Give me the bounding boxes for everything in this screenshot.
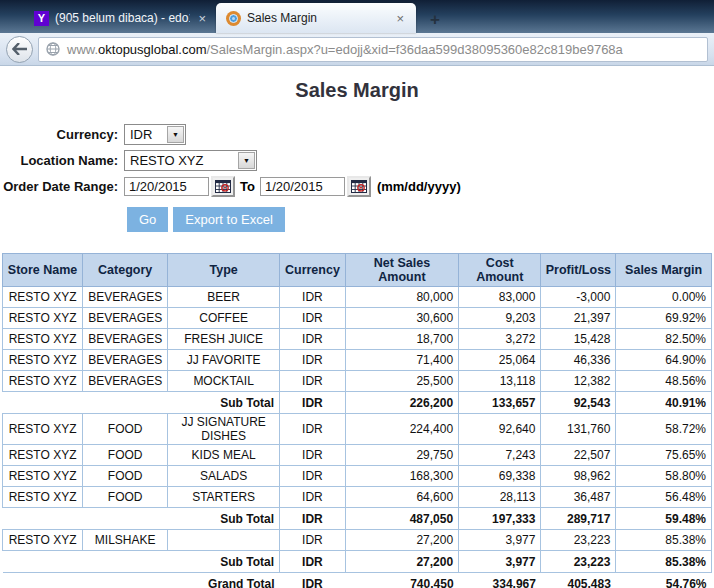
- tab-bar: Y (905 belum dibaca) - edo1... × Sales M…: [0, 0, 714, 33]
- cell-net-sales-amount: 226,200: [345, 392, 458, 414]
- column-header: Currency: [280, 254, 346, 287]
- cell-category: MILSHAKE: [83, 530, 168, 551]
- column-header: Profit/Loss: [541, 254, 616, 287]
- table-row: RESTO XYZBEVERAGESJJ FAVORITEIDR71,40025…: [3, 350, 712, 371]
- cell-type: STARTERS: [168, 487, 280, 508]
- chevron-down-icon[interactable]: ▼: [167, 126, 184, 143]
- cell-profit-loss: 405,483: [541, 573, 616, 588]
- cell-net-sales-amount: 18,700: [345, 329, 458, 350]
- cell-cost-amount: 7,243: [459, 445, 541, 466]
- calendar-button-from[interactable]: [211, 176, 235, 197]
- cell-total-label: Sub Total: [3, 551, 280, 573]
- url-text: www.oktopusglobal.com/SalesMargin.aspx?u…: [67, 42, 623, 57]
- location-selected-value: RESTO XYZ: [130, 153, 203, 168]
- date-from-input[interactable]: [124, 177, 209, 196]
- cell-type: KIDS MEAL: [168, 445, 280, 466]
- cell-total-label: Grand Total: [3, 573, 280, 588]
- sales-margin-table: Store NameCategoryTypeCurrencyNet Sales …: [2, 253, 712, 588]
- date-to-input[interactable]: [260, 177, 345, 196]
- cell-sales-margin: 0.00%: [616, 287, 712, 308]
- cell-store-name: RESTO XYZ: [3, 371, 83, 392]
- close-icon[interactable]: ×: [196, 11, 208, 26]
- cell-profit-loss: 22,507: [541, 445, 616, 466]
- cell-sales-margin: 75.65%: [616, 445, 712, 466]
- cell-total-label: Sub Total: [3, 508, 280, 530]
- cell-profit-loss: 23,223: [541, 551, 616, 573]
- table-row: RESTO XYZBEVERAGESMOCKTAILIDR25,50013,11…: [3, 371, 712, 392]
- cell-sales-margin: 85.38%: [616, 530, 712, 551]
- page-content: Sales Margin Currency: IDR ▼ Location Na…: [0, 79, 714, 588]
- page-title: Sales Margin: [0, 79, 714, 102]
- subtotal-row: Sub TotalIDR27,2003,97723,22385.38%: [3, 551, 712, 573]
- grandtotal-row: Grand TotalIDR740,450334,967405,48354.76…: [3, 573, 712, 588]
- currency-label: Currency:: [0, 127, 124, 142]
- cell-cost-amount: 25,064: [459, 350, 541, 371]
- cell-currency: IDR: [280, 445, 346, 466]
- calendar-icon: [351, 180, 367, 193]
- cell-currency: IDR: [280, 371, 346, 392]
- cell-profit-loss: -3,000: [541, 287, 616, 308]
- cell-profit-loss: 46,336: [541, 350, 616, 371]
- tab-sales-margin[interactable]: Sales Margin ×: [216, 3, 416, 33]
- cell-profit-loss: 21,397: [541, 308, 616, 329]
- cell-cost-amount: 83,000: [459, 287, 541, 308]
- subtotal-row: Sub TotalIDR226,200133,65792,54340.91%: [3, 392, 712, 414]
- cell-store-name: RESTO XYZ: [3, 530, 83, 551]
- cell-net-sales-amount: 30,600: [345, 308, 458, 329]
- cell-store-name: RESTO XYZ: [3, 350, 83, 371]
- close-icon[interactable]: ×: [394, 11, 406, 26]
- cell-net-sales-amount: 740,450: [345, 573, 458, 588]
- column-header: Sales Margin: [616, 254, 712, 287]
- cell-category: FOOD: [83, 487, 168, 508]
- cell-cost-amount: 133,657: [459, 392, 541, 414]
- cell-net-sales-amount: 25,500: [345, 371, 458, 392]
- oktopus-icon: [226, 11, 241, 26]
- export-to-excel-button[interactable]: Export to Excel: [173, 207, 284, 232]
- cell-currency: IDR: [280, 329, 346, 350]
- cell-currency: IDR: [280, 487, 346, 508]
- table-header-row: Store NameCategoryTypeCurrencyNet Sales …: [3, 254, 712, 287]
- cell-cost-amount: 3,977: [459, 530, 541, 551]
- chevron-down-icon[interactable]: ▼: [238, 152, 255, 169]
- cell-cost-amount: 197,333: [459, 508, 541, 530]
- cell-category: BEVERAGES: [83, 371, 168, 392]
- column-header: Type: [168, 254, 280, 287]
- action-buttons: Go Export to Excel: [127, 207, 714, 232]
- column-header: Store Name: [3, 254, 83, 287]
- cell-category: BEVERAGES: [83, 329, 168, 350]
- cell-currency: IDR: [280, 392, 346, 414]
- cell-net-sales-amount: 29,750: [345, 445, 458, 466]
- table-row: RESTO XYZFOODSTARTERSIDR64,60028,11336,4…: [3, 487, 712, 508]
- go-button[interactable]: Go: [127, 207, 168, 232]
- table-row: RESTO XYZBEVERAGESBEERIDR80,00083,000-3,…: [3, 287, 712, 308]
- yahoo-icon: Y: [34, 11, 49, 26]
- table-body: RESTO XYZBEVERAGESBEERIDR80,00083,000-3,…: [3, 287, 712, 588]
- cell-sales-margin: 48.56%: [616, 371, 712, 392]
- cell-store-name: RESTO XYZ: [3, 445, 83, 466]
- table-row: RESTO XYZBEVERAGESCOFFEEIDR30,6009,20321…: [3, 308, 712, 329]
- cell-type: FRESH JUICE: [168, 329, 280, 350]
- currency-select[interactable]: IDR ▼: [124, 124, 186, 145]
- location-label: Location Name:: [0, 153, 124, 168]
- calendar-icon: [215, 180, 231, 193]
- back-button[interactable]: [6, 36, 33, 63]
- cell-type: COFFEE: [168, 308, 280, 329]
- cell-store-name: RESTO XYZ: [3, 287, 83, 308]
- tab-title: Sales Margin: [247, 11, 388, 25]
- currency-selected-value: IDR: [130, 127, 152, 142]
- cell-store-name: RESTO XYZ: [3, 308, 83, 329]
- cell-store-name: RESTO XYZ: [3, 414, 83, 445]
- cell-category: FOOD: [83, 414, 168, 445]
- cell-currency: IDR: [280, 530, 346, 551]
- url-bar[interactable]: www.oktopusglobal.com/SalesMargin.aspx?u…: [38, 37, 708, 62]
- cell-type: SALADS: [168, 466, 280, 487]
- location-select[interactable]: RESTO XYZ ▼: [124, 150, 257, 171]
- table-row: RESTO XYZMILSHAKEIDR27,2003,97723,22385.…: [3, 530, 712, 551]
- calendar-button-to[interactable]: [347, 176, 371, 197]
- new-tab-button[interactable]: +: [430, 11, 440, 28]
- cell-net-sales-amount: 224,400: [345, 414, 458, 445]
- cell-cost-amount: 3,272: [459, 329, 541, 350]
- tab-yahoo[interactable]: Y (905 belum dibaca) - edo1... ×: [26, 3, 216, 33]
- location-row: Location Name: RESTO XYZ ▼: [0, 150, 714, 171]
- cell-category: BEVERAGES: [83, 350, 168, 371]
